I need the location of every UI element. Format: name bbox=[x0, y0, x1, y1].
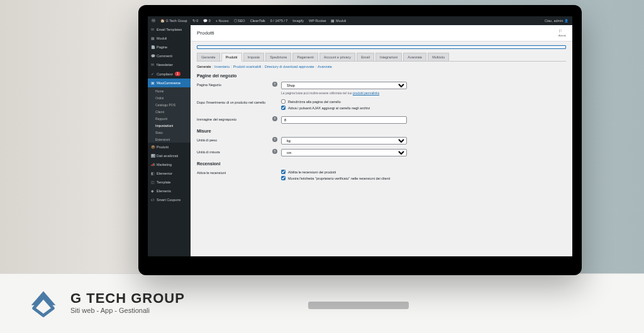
help-icon[interactable]: ? bbox=[272, 82, 277, 87]
sidebar-item-prodotti[interactable]: 📦Prodotti bbox=[148, 143, 191, 151]
brand-tagline: Siti web - App - Gestionali bbox=[70, 307, 185, 314]
subnav-avanzate[interactable]: Avanzate bbox=[318, 65, 332, 68]
sidebar-item-dati-analizzati[interactable]: 📊Dati analizzati bbox=[148, 151, 191, 160]
sidebar-item-template[interactable]: ◫Template bbox=[148, 178, 191, 187]
sidebar-item-smart-coupons[interactable]: 🏷Smart Coupons bbox=[148, 195, 191, 204]
enable-reviews-cb-label: Abilita le recensioni dei prodotti bbox=[288, 170, 336, 174]
menu-icon: 💬 bbox=[151, 54, 155, 58]
monitor-frame: ⓦ 🏠 G Tech Group ↻ 0 💬 0 + Nuovo ⬡ SEO C… bbox=[138, 5, 582, 275]
wprocket-menu[interactable]: WP Rocket bbox=[309, 19, 326, 23]
tab-multisito[interactable]: Multisito bbox=[428, 53, 449, 61]
verified-owner-checkbox[interactable] bbox=[281, 176, 286, 180]
sidebar-item-label: Email Templates bbox=[157, 28, 182, 31]
sidebar-item-moduli[interactable]: ▦Moduli bbox=[148, 34, 191, 43]
updates-count[interactable]: ↻ 0 bbox=[192, 19, 199, 23]
moduli-menu[interactable]: ▦ Moduli bbox=[331, 19, 346, 23]
cleantalk-menu[interactable]: CleanTalk bbox=[250, 19, 265, 23]
sidebar-submenu: HomeOrdiniCatalogo POSClientiRapportiImp… bbox=[148, 87, 191, 143]
new-menu[interactable]: + Nuovo bbox=[216, 19, 229, 23]
sidebar-item-label: Smart Coupons bbox=[157, 198, 180, 202]
shop-page-select[interactable]: Shop bbox=[281, 82, 407, 89]
subnav-prodotti-scaricabili[interactable]: Prodotti scaricabili bbox=[233, 65, 262, 68]
menu-icon: 🏷 bbox=[151, 198, 155, 202]
tab-imposte[interactable]: Imposte bbox=[243, 53, 265, 61]
sidebar-item-complianz[interactable]: ✓Complianz1 bbox=[148, 69, 191, 79]
menu-icon: 📣 bbox=[151, 163, 155, 166]
enable-reviews-checkbox[interactable] bbox=[281, 170, 286, 174]
subnav-inventario[interactable]: Inventario bbox=[214, 65, 230, 68]
tab-account-e-privacy[interactable]: Account e privacy bbox=[319, 53, 355, 61]
user-greeting[interactable]: Ciao, admin 👤 bbox=[545, 19, 569, 23]
submenu-item-impostazioni[interactable]: Impostazioni bbox=[148, 122, 191, 129]
submenu-item-estensioni[interactable]: Estensioni bbox=[148, 136, 191, 143]
section-store-title: Pagine del negozio bbox=[197, 74, 566, 78]
redirect-cart-label: Reindirizza alla pagina del carrello bbox=[288, 100, 341, 104]
comments-count[interactable]: 💬 0 bbox=[203, 19, 211, 23]
notification-badge: 1 bbox=[175, 72, 180, 76]
tab-avanzate[interactable]: Avanzate bbox=[403, 53, 426, 61]
menu-icon: ◆ bbox=[151, 189, 155, 193]
tab-prodotti[interactable]: Prodotti bbox=[221, 53, 242, 62]
tab-generale[interactable]: Generale bbox=[197, 53, 220, 61]
brand-overlay: G TECH GROUP Siti web - App - Gestionali bbox=[25, 284, 185, 320]
sidebar-item-label: Newsletter bbox=[157, 63, 173, 67]
site-name[interactable]: 🏠 G Tech Group bbox=[160, 19, 187, 23]
activity-icon[interactable]: ⚐Attività bbox=[558, 29, 566, 37]
menu-icon: 📊 bbox=[151, 154, 155, 158]
sidebar-item-label: WooCommerce bbox=[157, 81, 180, 85]
sidebar-item-elementor[interactable]: ◧Elementor bbox=[148, 169, 191, 178]
submenu-item-rapporti[interactable]: Rapporti bbox=[148, 115, 191, 122]
admin-sidebar: ✉Email Templates▦Moduli📄Pagine💬Commenti✉… bbox=[148, 25, 191, 256]
help-icon[interactable]: ? bbox=[272, 137, 277, 142]
permalink-link[interactable]: prodotti permalinks bbox=[353, 91, 379, 95]
help-icon[interactable]: ? bbox=[272, 149, 277, 154]
subnav-directory-di-download-approvate[interactable]: Directory di download approvate bbox=[265, 65, 314, 68]
shop-page-hint: La pagina base può inoltre essere utiliz… bbox=[281, 91, 407, 95]
sidebar-item-commenti[interactable]: 💬Commenti bbox=[148, 52, 191, 60]
menu-icon: ◫ bbox=[151, 180, 155, 184]
cleantalk-count: 0 / 1475 / 7 bbox=[270, 19, 288, 23]
sidebar-item-newsletter[interactable]: ✉Newsletter bbox=[148, 60, 191, 69]
submenu-item-ordini[interactable]: Ordini bbox=[148, 94, 191, 101]
ajax-cart-checkbox[interactable] bbox=[281, 106, 286, 110]
tab-pagamenti[interactable]: Pagamenti bbox=[292, 53, 318, 61]
menu-icon: ◧ bbox=[151, 172, 155, 175]
sidebar-item-marketing[interactable]: 📣Marketing bbox=[148, 160, 191, 169]
enable-reviews-label: Attiva le recensioni bbox=[197, 170, 272, 175]
tab-integrazioni[interactable]: Integrazioni bbox=[375, 53, 402, 61]
tab-email[interactable]: Email bbox=[357, 53, 374, 61]
sidebar-item-label: Commenti bbox=[157, 54, 172, 58]
sidebar-item-woocommerce[interactable]: ▣WooCommerce bbox=[148, 79, 191, 87]
submenu-item-stato[interactable]: Stato bbox=[148, 129, 191, 136]
placeholder-image-label: Immagine del segnaposto bbox=[197, 116, 272, 121]
wp-logo-icon[interactable]: ⓦ bbox=[152, 19, 155, 23]
sub-navigation: Generale|Inventario|Prodotti scaricabili… bbox=[197, 65, 566, 68]
submenu-item-home[interactable]: Home bbox=[148, 87, 191, 94]
sidebar-item-email-templates[interactable]: ✉Email Templates bbox=[148, 25, 191, 34]
sidebar-item-label: Complianz bbox=[157, 72, 173, 76]
sidebar-item-label: Template bbox=[157, 180, 170, 184]
redirect-cart-checkbox[interactable] bbox=[281, 99, 286, 104]
sidebar-item-label: Dati analizzati bbox=[157, 154, 178, 158]
weight-unit-select[interactable]: kg bbox=[281, 137, 407, 145]
dimension-unit-label: Unità di misura bbox=[197, 149, 272, 154]
subnav-generale[interactable]: Generale bbox=[197, 65, 211, 68]
screen: ⓦ 🏠 G Tech Group ↻ 0 💬 0 + Nuovo ⬡ SEO C… bbox=[148, 16, 572, 256]
tab-spedizione[interactable]: Spedizione bbox=[265, 53, 291, 61]
placeholder-image-input[interactable] bbox=[281, 116, 407, 124]
imagify-menu[interactable]: Imagify bbox=[292, 19, 304, 23]
notice-banner bbox=[197, 45, 566, 49]
weight-unit-label: Unità di peso bbox=[197, 137, 272, 142]
seo-menu[interactable]: ⬡ SEO bbox=[234, 19, 245, 23]
page-header: Prodotti ⚐Attività bbox=[191, 25, 572, 41]
sidebar-item-elements[interactable]: ◆Elements bbox=[148, 187, 191, 195]
submenu-item-catalogo pos[interactable]: Catalogo POS bbox=[148, 101, 191, 108]
wp-admin-bar[interactable]: ⓦ 🏠 G Tech Group ↻ 0 💬 0 + Nuovo ⬡ SEO C… bbox=[148, 16, 572, 25]
sidebar-item-pagine[interactable]: 📄Pagine bbox=[148, 43, 191, 52]
submenu-item-clienti[interactable]: Clienti bbox=[148, 108, 191, 115]
monitor-base bbox=[308, 302, 409, 309]
sidebar-item-label: Elementor bbox=[157, 172, 172, 175]
menu-icon: 📦 bbox=[151, 145, 155, 149]
dimension-unit-select[interactable]: cm bbox=[281, 149, 407, 156]
help-icon[interactable]: ? bbox=[272, 116, 277, 121]
